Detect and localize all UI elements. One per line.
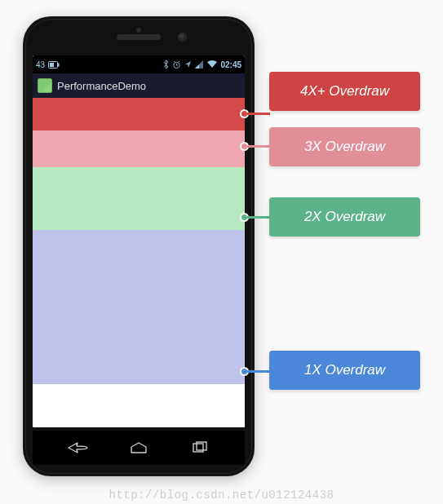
signal-icon [195,60,204,69]
alarm-icon [172,60,181,69]
callout-panel: 4X+ Overdraw 3X Overdraw 2X Overdraw 1X … [269,0,432,504]
overdraw-strip-3x [33,130,245,166]
svg-rect-2 [50,63,54,67]
callout-2x-label: 2X Overdraw [304,209,385,225]
location-icon [184,60,192,69]
overdraw-strip-none [33,384,245,427]
recent-apps-button[interactable] [184,437,216,458]
status-bar: 43 0 [33,55,245,73]
connector-line-3x [247,145,270,148]
callout-1x-label: 1X Overdraw [304,362,385,378]
front-camera [178,33,187,42]
overdraw-strip-1x [33,230,245,385]
app-icon [38,78,52,93]
callout-2x: 2X Overdraw [269,197,420,237]
wifi-icon [207,60,217,69]
callout-3x-label: 3X Overdraw [304,139,385,155]
overdraw-strip-4x [33,98,245,130]
back-button[interactable] [61,437,94,458]
bluetooth-icon [163,60,169,69]
overdraw-strip-2x [33,167,245,230]
watermark-text: http://blog.csdn.net/u012124438 [109,489,334,502]
callout-4x-label: 4X+ Overdraw [300,83,389,99]
screen: 43 0 [33,55,245,427]
content-area [33,98,245,427]
clock-text: 02:45 [220,60,241,69]
sensor-dot [136,28,141,33]
app-title-bar: PerformanceDemo [33,73,245,98]
callout-1x: 1X Overdraw [269,351,420,390]
connector-line-4x [247,113,270,115]
battery-text: 43 [36,60,45,69]
navigation-bar [33,431,245,465]
connector-line-1x [247,370,270,373]
earpiece [117,34,161,40]
svg-rect-1 [58,63,60,66]
phone-frame: 43 0 [23,16,255,476]
callout-3x: 3X Overdraw [269,127,420,166]
callout-4x: 4X+ Overdraw [269,72,420,111]
home-button[interactable] [122,437,155,458]
connector-line-2x [247,216,270,219]
battery-icon [48,61,60,69]
app-title: PerformanceDemo [57,80,146,92]
